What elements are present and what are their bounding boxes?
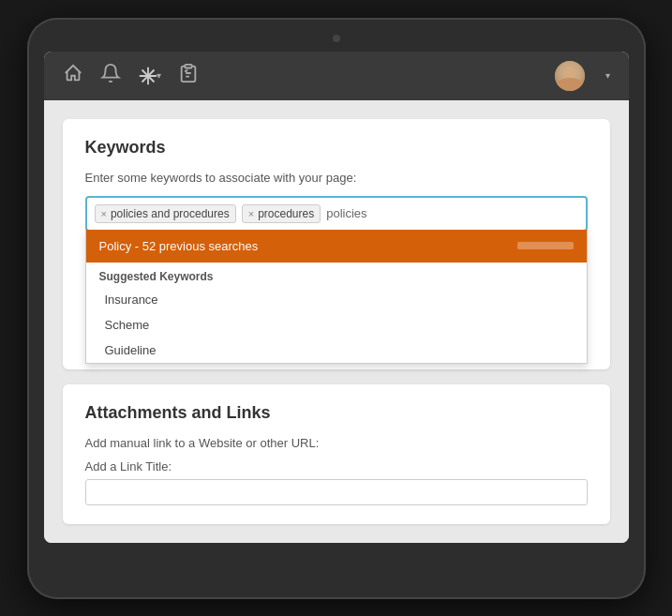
keyword-tag-1: × policies and procedures [95, 204, 236, 223]
attachments-title: Attachments and Links [85, 403, 588, 423]
nav-bar: ▾ ▾ [44, 52, 629, 100]
dropdown-section-header: Suggested Keywords [86, 263, 587, 287]
dropdown-item-guideline[interactable]: Guideline [86, 338, 587, 363]
bell-icon[interactable] [100, 63, 121, 88]
tablet-screen: ▾ ▾ Keywords Enter some keywords t [44, 52, 629, 543]
home-icon[interactable] [63, 63, 83, 88]
avatar-dropdown-arrow[interactable]: ▾ [605, 70, 610, 81]
clipboard-icon[interactable] [178, 63, 199, 88]
attachments-card: Attachments and Links Add manual link to… [63, 384, 610, 524]
dropdown-highlight-label: Policy - 52 previous searches [99, 239, 259, 253]
content-area: Keywords Enter some keywords to associat… [44, 100, 629, 543]
keyword-input-wrapper[interactable]: × policies and procedures × procedures P… [85, 196, 588, 232]
tag-remove-1[interactable]: × [101, 208, 107, 219]
keyword-tag-2: × procedures [242, 204, 321, 223]
keywords-description: Enter some keywords to associate with yo… [85, 171, 588, 185]
dropdown-item-insurance[interactable]: Insurance [86, 287, 587, 312]
keywords-card: Keywords Enter some keywords to associat… [63, 119, 610, 369]
tag-label-1: policies and procedures [111, 207, 230, 220]
url-label: Add manual link to a Website or other UR… [85, 436, 588, 450]
camera [333, 35, 340, 42]
dropdown-item-scheme[interactable]: Scheme [86, 312, 587, 338]
tablet-frame: ▾ ▾ Keywords Enter some keywords t [27, 18, 646, 599]
snowflake-icon[interactable]: ▾ [138, 66, 161, 86]
title-label: Add a Link Title: [85, 459, 588, 473]
dropdown-bar [517, 242, 574, 249]
dropdown-highlight-item[interactable]: Policy - 52 previous searches [86, 230, 587, 263]
svg-point-4 [146, 74, 150, 78]
keyword-input[interactable] [326, 206, 577, 220]
svg-rect-5 [185, 65, 191, 68]
avatar[interactable] [555, 61, 585, 91]
tag-label-2: procedures [258, 207, 314, 220]
snowflake-dropdown[interactable]: ▾ [157, 70, 161, 81]
keyword-dropdown: Policy - 52 previous searches Suggested … [85, 230, 588, 364]
tag-remove-2[interactable]: × [248, 208, 254, 219]
keywords-title: Keywords [85, 138, 588, 158]
link-title-input[interactable] [85, 479, 588, 505]
